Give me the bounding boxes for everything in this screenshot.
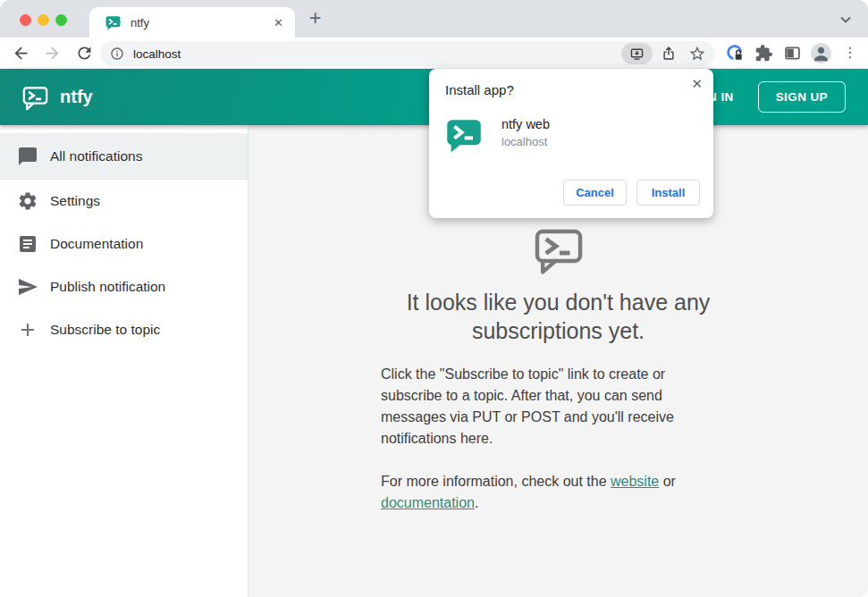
profile-avatar-icon[interactable] (810, 42, 832, 64)
dialog-app-name: ntfy web (501, 117, 550, 131)
sidebar-item-subscribe-to-topic[interactable]: Subscribe to topic (0, 308, 248, 351)
address-bar[interactable]: localhost (100, 41, 715, 66)
ntfy-watermark-icon (531, 224, 586, 275)
sidebar-item-publish-notification[interactable]: Publish notification (0, 265, 248, 308)
minimize-window-button[interactable] (38, 14, 49, 26)
sidebar-item-all-notifications[interactable]: All notifications (0, 133, 248, 180)
back-button-icon[interactable] (12, 44, 30, 63)
tab-search-chevron-icon[interactable] (838, 12, 854, 28)
sidebar-item-label: All notifications (50, 148, 142, 164)
forward-button-icon[interactable] (43, 44, 62, 63)
site-info-icon[interactable] (110, 46, 124, 61)
plus-icon (17, 319, 38, 341)
ntfy-logo-icon (21, 84, 49, 111)
maximize-window-button[interactable] (55, 14, 67, 26)
website-link[interactable]: website (611, 474, 659, 489)
side-panel-icon[interactable] (783, 44, 802, 63)
sidebar-item-label: Documentation (50, 236, 143, 252)
sidebar-item-label: Subscribe to topic (50, 322, 160, 338)
reload-button-icon[interactable] (75, 44, 94, 63)
tab-title: ntfy (131, 16, 274, 29)
url-text: localhost (133, 47, 621, 61)
sidebar-item-settings[interactable]: Settings (0, 180, 248, 223)
browser-toolbar: localhost (0, 38, 868, 69)
ntfy-favicon-icon (105, 15, 121, 30)
browser-tab[interactable]: ntfy ✕ (89, 7, 295, 38)
sidebar-nav: All notifications Settings Documentation… (0, 125, 249, 597)
documentation-link[interactable]: documentation (381, 495, 475, 510)
empty-state-paragraph: Click the "Subscribe to topic" link to c… (381, 364, 736, 450)
install-button[interactable]: Install (636, 180, 700, 206)
tab-strip: ntfy ✕ + (0, 0, 868, 38)
sidebar-item-documentation[interactable]: Documentation (0, 223, 248, 265)
extensions-puzzle-icon[interactable] (754, 44, 773, 63)
install-app-dialog: Install app? ✕ ntfy web localhost Cancel… (429, 69, 713, 218)
gear-icon (17, 190, 38, 212)
install-icon (629, 46, 645, 62)
empty-state-heading: It looks like you don't have any subscri… (249, 288, 868, 345)
share-icon[interactable] (661, 46, 677, 62)
more-info-text: or (659, 474, 676, 489)
sign-up-button[interactable]: SIGN UP (758, 81, 846, 113)
dialog-title: Install app? (445, 82, 514, 97)
dialog-close-icon[interactable]: ✕ (691, 76, 703, 92)
browser-menu-icon[interactable]: ⋮ (843, 43, 862, 62)
tab-close-icon[interactable]: ✕ (274, 16, 283, 29)
more-info-text: For more information, check out the (381, 474, 611, 489)
send-icon (17, 276, 38, 298)
browser-window: ntfy ✕ + localhost (0, 0, 868, 597)
sidebar-item-label: Publish notification (50, 279, 165, 295)
dialog-app-origin: localhost (501, 135, 547, 148)
chat-icon (17, 146, 38, 167)
sidebar-item-label: Settings (50, 193, 100, 209)
install-app-button[interactable] (621, 43, 653, 64)
article-icon (17, 233, 38, 255)
more-info-paragraph: For more information, check out the webs… (381, 471, 736, 514)
privacy-extension-icon[interactable] (726, 44, 745, 63)
cancel-button[interactable]: Cancel (563, 180, 627, 206)
brand-title: ntfy (60, 87, 93, 107)
ntfy-app-icon (446, 117, 482, 153)
new-tab-button[interactable]: + (309, 6, 321, 30)
close-window-button[interactable] (20, 14, 31, 26)
more-info-text: . (475, 495, 478, 510)
bookmark-star-icon[interactable] (688, 45, 706, 63)
